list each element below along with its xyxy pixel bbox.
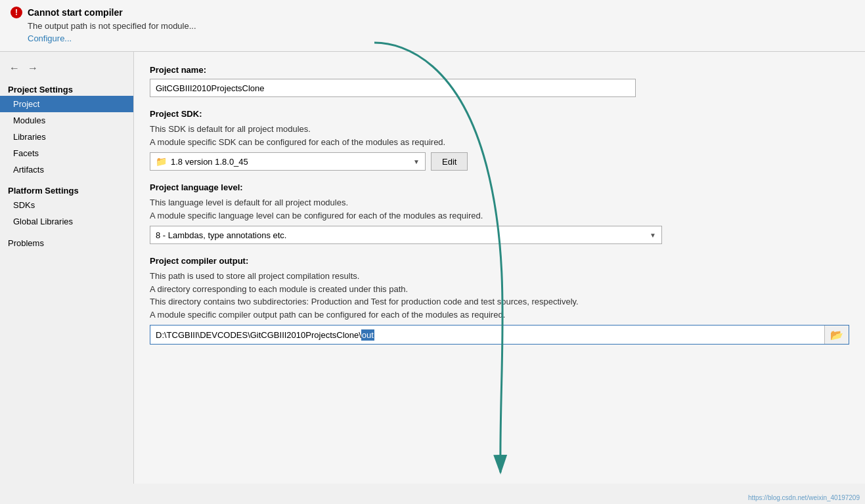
sidebar-divider bbox=[0, 178, 133, 183]
project-sdk-group: Project SDK: This SDK is default for all… bbox=[150, 109, 849, 171]
content-area: Project name: Project SDK: This SDK is d… bbox=[134, 52, 865, 484]
project-name-group: Project name: bbox=[150, 65, 849, 97]
back-button[interactable]: ← bbox=[7, 61, 22, 75]
compiler-output-label: Project compiler output: bbox=[150, 256, 849, 266]
sdk-value: 1.8 version 1.8.0_45 bbox=[171, 157, 409, 167]
sidebar-item-sdks[interactable]: SDKs bbox=[0, 197, 133, 213]
lang-arrow-icon: ▼ bbox=[650, 232, 656, 239]
browse-icon: 📂 bbox=[830, 329, 843, 341]
sdk-row: 📁 1.8 version 1.8.0_45 ▼ Edit bbox=[150, 152, 849, 171]
edit-sdk-button[interactable]: Edit bbox=[431, 152, 468, 171]
compiler-desc: This path is used to store all project c… bbox=[150, 270, 849, 321]
language-level-value: 8 - Lambdas, type annotations etc. bbox=[156, 230, 650, 240]
project-name-input[interactable] bbox=[150, 79, 636, 97]
error-title-text: Cannot start compiler bbox=[28, 7, 123, 18]
sidebar-item-artifacts[interactable]: Artifacts bbox=[0, 161, 133, 178]
project-name-label: Project name: bbox=[150, 65, 849, 75]
error-icon: ! bbox=[11, 7, 22, 18]
sidebar-item-modules[interactable]: Modules bbox=[0, 112, 133, 129]
output-path-before: D:\TCGBIII\DEVCODES\GitCGBIII2010Project… bbox=[156, 330, 361, 340]
language-level-dropdown[interactable]: 8 - Lambdas, type annotations etc. ▼ bbox=[150, 226, 662, 244]
sdk-arrow-icon: ▼ bbox=[413, 158, 420, 165]
project-sdk-label: Project SDK: bbox=[150, 109, 849, 119]
sidebar: ← → Project Settings Project Modules Lib… bbox=[0, 52, 134, 484]
language-level-label: Project language level: bbox=[150, 182, 849, 192]
error-banner-description: The output path is not specified for mod… bbox=[11, 21, 854, 31]
platform-settings-label: Platform Settings bbox=[0, 183, 133, 197]
forward-button[interactable]: → bbox=[25, 61, 41, 75]
sidebar-item-problems[interactable]: Problems bbox=[0, 235, 133, 251]
sdk-desc1: This SDK is default for all project modu… bbox=[150, 123, 849, 148]
output-path-highlighted: out bbox=[361, 329, 374, 341]
sidebar-item-global-libraries[interactable]: Global Libraries bbox=[0, 213, 133, 230]
error-banner: ! Cannot start compiler The output path … bbox=[0, 0, 865, 52]
sidebar-item-project[interactable]: Project bbox=[0, 96, 133, 112]
sidebar-item-libraries[interactable]: Libraries bbox=[0, 129, 133, 145]
language-level-group: Project language level: This language le… bbox=[150, 182, 849, 244]
project-settings-label: Project Settings bbox=[0, 82, 133, 96]
nav-arrows: ← → bbox=[0, 57, 133, 82]
sidebar-item-facets[interactable]: Facets bbox=[0, 145, 133, 161]
language-desc: This language level is default for all p… bbox=[150, 196, 849, 222]
sdk-dropdown[interactable]: 📁 1.8 version 1.8.0_45 ▼ bbox=[150, 152, 426, 171]
error-banner-title: ! Cannot start compiler bbox=[11, 7, 854, 18]
output-path-display[interactable]: D:\TCGBIII\DEVCODES\GitCGBIII2010Project… bbox=[150, 326, 824, 344]
configure-link[interactable]: Configure... bbox=[11, 33, 854, 43]
browse-button[interactable]: 📂 bbox=[824, 326, 849, 344]
main-layout: ← → Project Settings Project Modules Lib… bbox=[0, 52, 865, 484]
compiler-output-group: Project compiler output: This path is us… bbox=[150, 256, 849, 345]
output-path-row: D:\TCGBIII\DEVCODES\GitCGBIII2010Project… bbox=[150, 325, 849, 345]
sdk-folder-icon: 📁 bbox=[156, 156, 167, 167]
